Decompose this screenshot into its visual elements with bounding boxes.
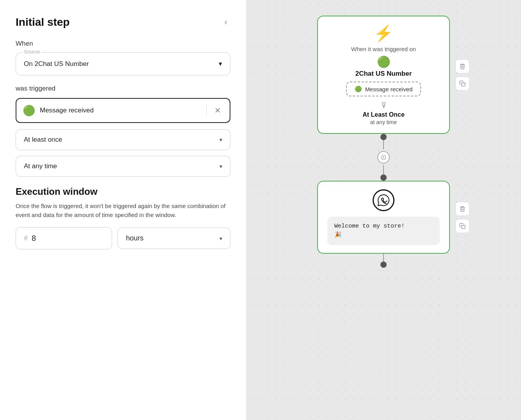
- trigger-whatsapp-icon: 🟢: [23, 105, 35, 117]
- connector-dot-top: [380, 134, 387, 140]
- message-line1: Welcome to my store!: [334, 222, 433, 231]
- left-panel: Initial step ‹ When Source On 2Chat US N…: [0, 0, 246, 420]
- triggered-on-text: When it was triggered on: [351, 46, 416, 52]
- number-input-box: #: [16, 227, 112, 249]
- node1-at-any-time: at any time: [370, 119, 397, 125]
- at-least-once-dropdown[interactable]: At least once ▾: [16, 129, 230, 150]
- connector-dot-bottom: [380, 174, 387, 181]
- message-badge-label: Message received: [365, 86, 413, 93]
- hours-label: hours: [126, 234, 143, 242]
- was-triggered-label: was triggered: [16, 85, 230, 93]
- at-least-once-arrow: ▾: [219, 137, 222, 143]
- node2-wrapper: Welcome to my store! 🎉: [317, 181, 450, 254]
- node1-card: ⚡ When it was triggered on 🟢 2Chat US Nu…: [317, 16, 450, 134]
- filter-icon: ⊽: [381, 101, 386, 110]
- source-value: On 2Chat US Number: [24, 60, 89, 68]
- trigger-divider: [206, 104, 207, 117]
- node2-whatsapp-icon: [373, 189, 394, 211]
- node2-actions: [455, 202, 469, 233]
- connector: [377, 134, 390, 181]
- node1-source-name: 2Chat US Number: [355, 70, 412, 78]
- node1-actions: [455, 59, 469, 91]
- node1-delete-button[interactable]: [455, 59, 469, 73]
- message-badge-icon: 🟢: [355, 85, 362, 93]
- at-any-time-label: At any time: [24, 162, 57, 170]
- node2-delete-button[interactable]: [455, 202, 469, 216]
- message-line2: 🎉: [334, 231, 433, 240]
- execution-window-desc: Once the flow is triggered, it won't be …: [16, 202, 230, 219]
- bottom-connector: [380, 254, 387, 268]
- svg-rect-4: [462, 225, 465, 229]
- lightning-icon: ⚡: [374, 24, 393, 43]
- back-button[interactable]: ‹: [221, 16, 230, 29]
- panel-header: Initial step ‹: [16, 16, 230, 29]
- trigger-text: Message received: [40, 107, 206, 114]
- source-dropdown[interactable]: On 2Chat US Number ▾: [24, 60, 222, 68]
- node2-card: Welcome to my store! 🎉: [317, 181, 450, 254]
- right-panel: ⚡ When it was triggered on 🟢 2Chat US Nu…: [246, 0, 521, 420]
- hours-dropdown[interactable]: hours ▾: [118, 228, 230, 249]
- message-bubble: Welcome to my store! 🎉: [327, 217, 440, 245]
- hash-symbol: #: [24, 234, 28, 242]
- connector-line-top: [383, 140, 384, 149]
- execution-window-title: Execution window: [16, 186, 230, 197]
- execution-inputs: # hours ▾: [16, 227, 230, 249]
- when-label: When: [16, 40, 230, 48]
- bottom-dot: [380, 262, 387, 268]
- at-any-time-arrow: ▾: [219, 163, 222, 169]
- node1-at-least-once: At Least Once: [362, 111, 405, 118]
- node1-whatsapp-icon: 🟢: [377, 55, 391, 68]
- connector-add-button[interactable]: [377, 151, 390, 164]
- panel-title: Initial step: [16, 16, 70, 28]
- at-least-once-label: At least once: [24, 136, 62, 144]
- source-field: Source On 2Chat US Number ▾: [16, 52, 230, 75]
- bottom-line: [383, 254, 384, 262]
- trigger-input-row: 🟢 Message received ✕: [16, 98, 230, 123]
- node1-wrapper: ⚡ When it was triggered on 🟢 2Chat US Nu…: [317, 16, 450, 134]
- node2-copy-button[interactable]: [455, 219, 469, 233]
- message-badge: 🟢 Message received: [346, 82, 421, 96]
- hours-arrow: ▾: [219, 235, 222, 242]
- flow-container: ⚡ When it was triggered on 🟢 2Chat US Nu…: [317, 16, 450, 268]
- node1-copy-button[interactable]: [455, 77, 469, 91]
- at-any-time-dropdown[interactable]: At any time ▾: [16, 156, 230, 177]
- number-input[interactable]: [32, 234, 55, 243]
- svg-rect-0: [462, 83, 465, 86]
- source-chevron: ▾: [219, 60, 222, 68]
- source-field-label: Source: [22, 49, 41, 55]
- connector-line-bottom: [383, 165, 384, 174]
- trigger-close-button[interactable]: ✕: [212, 105, 223, 116]
